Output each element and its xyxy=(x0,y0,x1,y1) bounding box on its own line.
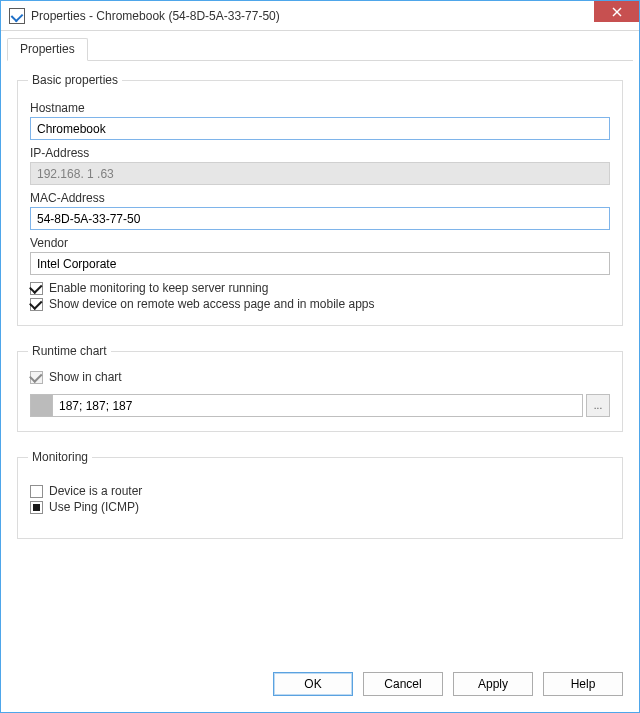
tab-properties[interactable]: Properties xyxy=(7,38,88,61)
group-monitoring: Monitoring Device is a router Use Ping (… xyxy=(17,450,623,539)
input-color[interactable] xyxy=(52,394,583,417)
input-ip xyxy=(30,162,610,185)
label-show-device: Show device on remote web access page an… xyxy=(49,297,375,311)
label-mac: MAC-Address xyxy=(30,191,610,205)
tabstrip: Properties xyxy=(7,37,633,61)
group-runtime-chart: Runtime chart Show in chart ... xyxy=(17,344,623,432)
color-picker-button[interactable]: ... xyxy=(586,394,610,417)
properties-window: Properties - Chromebook (54-8D-5A-33-77-… xyxy=(0,0,640,713)
row-hostname: Hostname xyxy=(30,101,610,140)
input-hostname[interactable] xyxy=(30,117,610,140)
row-color: ... xyxy=(30,394,610,417)
group-monitoring-legend: Monitoring xyxy=(28,450,92,464)
row-show-device[interactable]: Show device on remote web access page an… xyxy=(30,297,610,311)
row-enable-monitoring[interactable]: Enable monitoring to keep server running xyxy=(30,281,610,295)
row-ip: IP-Address xyxy=(30,146,610,185)
titlebar: Properties - Chromebook (54-8D-5A-33-77-… xyxy=(1,1,639,31)
ok-button[interactable]: OK xyxy=(273,672,353,696)
row-vendor: Vendor xyxy=(30,236,610,275)
label-ip: IP-Address xyxy=(30,146,610,160)
input-mac[interactable] xyxy=(30,207,610,230)
row-use-ping[interactable]: Use Ping (ICMP) xyxy=(30,500,610,514)
checkbox-enable-monitoring[interactable] xyxy=(30,282,43,295)
label-vendor: Vendor xyxy=(30,236,610,250)
row-device-router[interactable]: Device is a router xyxy=(30,484,610,498)
ellipsis-icon: ... xyxy=(594,400,602,411)
window-title: Properties - Chromebook (54-8D-5A-33-77-… xyxy=(31,9,280,23)
label-enable-monitoring: Enable monitoring to keep server running xyxy=(49,281,268,295)
cancel-button[interactable]: Cancel xyxy=(363,672,443,696)
color-swatch xyxy=(30,394,52,417)
label-hostname: Hostname xyxy=(30,101,610,115)
apply-button[interactable]: Apply xyxy=(453,672,533,696)
button-bar: OK Cancel Apply Help xyxy=(7,664,633,704)
checkbox-use-ping[interactable] xyxy=(30,501,43,514)
label-show-in-chart: Show in chart xyxy=(49,370,122,384)
label-device-router: Device is a router xyxy=(49,484,142,498)
tab-page-properties: Basic properties Hostname IP-Address MAC… xyxy=(7,61,633,549)
row-show-in-chart: Show in chart xyxy=(30,370,610,384)
label-use-ping: Use Ping (ICMP) xyxy=(49,500,139,514)
spacer xyxy=(7,549,633,664)
help-button[interactable]: Help xyxy=(543,672,623,696)
client-area: Properties Basic properties Hostname IP-… xyxy=(1,31,639,712)
close-icon xyxy=(612,7,622,17)
group-runtime-legend: Runtime chart xyxy=(28,344,111,358)
checkbox-show-device[interactable] xyxy=(30,298,43,311)
group-basic-legend: Basic properties xyxy=(28,73,122,87)
checkbox-device-router[interactable] xyxy=(30,485,43,498)
input-vendor[interactable] xyxy=(30,252,610,275)
group-basic-properties: Basic properties Hostname IP-Address MAC… xyxy=(17,73,623,326)
app-icon xyxy=(9,8,25,24)
close-button[interactable] xyxy=(594,1,639,22)
checkbox-show-in-chart xyxy=(30,371,43,384)
row-mac: MAC-Address xyxy=(30,191,610,230)
